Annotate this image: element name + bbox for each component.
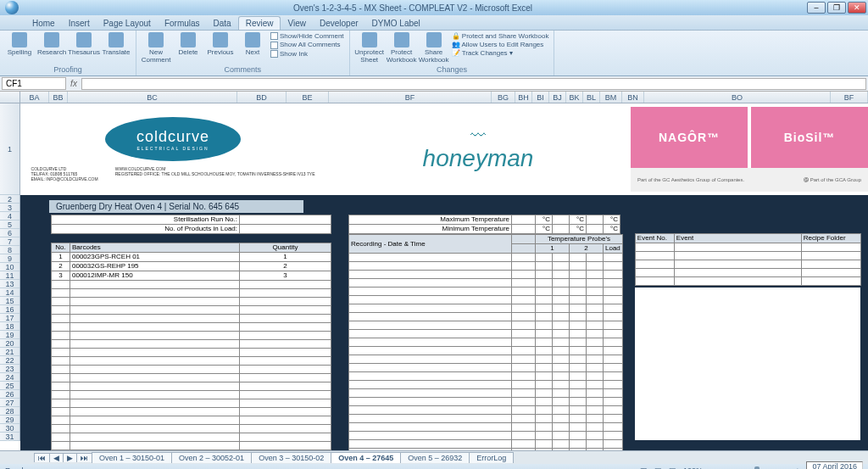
table-row[interactable] [635,260,860,269]
maximize-button[interactable]: ❐ [827,2,846,14]
table-row[interactable] [52,408,331,416]
translate-button[interactable]: Translate [102,32,131,56]
table-row[interactable] [349,304,623,313]
col-bb[interactable]: BB [49,92,68,103]
table-row[interactable] [52,306,331,315]
table-row[interactable] [349,423,623,432]
row-20[interactable]: 20 [0,339,19,348]
table-row[interactable] [52,416,331,425]
tab-nav-first[interactable]: ⏮ [34,453,50,462]
protect-share-wb[interactable]: 🔒 Protect and Share Workbook [452,32,549,40]
tab-data[interactable]: Data [207,17,238,30]
table-row[interactable] [349,381,623,389]
table-row[interactable] [349,449,623,451]
row-17[interactable]: 17 [0,314,19,322]
share-workbook-button[interactable]: Share Workbook [420,32,448,64]
table-row[interactable] [52,357,331,366]
table-row[interactable] [52,366,331,374]
row-24[interactable]: 24 [0,373,19,382]
row-21[interactable]: 21 [0,348,19,356]
row-10[interactable]: 10 [0,263,19,271]
track-changes[interactable]: 📝 Track Changes ▾ [452,49,549,57]
col-bk[interactable]: BK [566,92,583,103]
col-bd[interactable]: BD [237,92,287,103]
row-6[interactable]: 6 [0,229,19,237]
row-4[interactable]: 4 [0,212,19,221]
table-row[interactable]: 1000023GPS-RCEH 011 [52,253,331,262]
row-9[interactable]: 9 [0,254,19,263]
table-row[interactable] [52,315,331,323]
col-bm[interactable]: BM [600,92,622,103]
formula-input[interactable] [81,78,866,90]
row-19[interactable]: 19 [0,331,19,339]
row-27[interactable]: 27 [0,399,19,407]
row-14[interactable]: 14 [0,288,19,297]
research-button[interactable]: Research [37,32,66,56]
protect-workbook-button[interactable]: Protect Workbook [387,32,416,64]
table-row[interactable] [52,433,331,442]
row-8[interactable]: 8 [0,246,19,254]
table-row[interactable] [52,289,331,298]
col-bh[interactable]: BH [515,92,532,103]
table-row[interactable] [349,415,623,423]
table-row[interactable] [52,349,331,357]
col-bn[interactable]: BN [622,92,644,103]
tab-insert[interactable]: Insert [62,17,97,30]
sheet-tab-2[interactable]: Oven 3 – 30150-02 [251,452,331,463]
table-row[interactable] [349,398,623,406]
table-row[interactable] [635,269,860,277]
table-row[interactable] [349,347,623,355]
row-7[interactable]: 7 [0,237,19,246]
row-28[interactable]: 28 [0,407,19,416]
sheet-tab-5[interactable]: ErrorLog [469,452,514,463]
tab-home[interactable]: Home [25,17,62,30]
showall-comments[interactable]: Show All Comments [270,41,344,48]
row-18[interactable]: 18 [0,322,19,331]
select-all-corner[interactable] [0,92,20,103]
row-25[interactable]: 25 [0,382,19,390]
next-comment-button[interactable]: Next [238,32,267,56]
table-row[interactable] [52,298,331,306]
tab-nav-next[interactable]: ▶ [63,453,77,462]
col-bl[interactable]: BL [583,92,600,103]
col-bi[interactable]: BI [532,92,549,103]
table-row[interactable] [349,313,623,321]
sheet-tab-4[interactable]: Oven 5 – 26932 [400,452,470,463]
sheet-tab-1[interactable]: Oven 2 – 30052-01 [171,452,252,463]
tab-nav-prev[interactable]: ◀ [49,453,64,462]
table-row[interactable] [349,372,623,381]
row-2[interactable]: 2 [0,195,19,204]
fx-icon[interactable]: fx [68,79,80,88]
row-22[interactable]: 22 [0,356,19,365]
col-be[interactable]: BE [287,92,329,103]
table-row[interactable] [52,399,331,408]
table-row[interactable] [349,271,623,279]
table-row[interactable]: 3000012IMP-MR 1503 [52,271,331,281]
table-row[interactable] [349,262,623,271]
table-row[interactable] [52,323,331,332]
table-row[interactable] [52,332,331,340]
unprotect-sheet-button[interactable]: Unprotect Sheet [355,32,384,64]
office-button[interactable] [5,1,19,14]
showhide-comment[interactable]: Show/Hide Comment [270,32,344,40]
row-26[interactable]: 26 [0,390,19,399]
close-button[interactable]: ✕ [848,2,866,14]
table-row[interactable] [349,406,623,415]
row-31[interactable]: 31 [0,433,19,441]
table-row[interactable] [349,296,623,304]
table-row[interactable] [349,279,623,288]
row-1[interactable]: 1 [0,103,19,195]
row-3[interactable]: 3 [0,204,19,212]
table-row[interactable] [52,442,331,450]
table-row[interactable] [349,321,623,330]
tab-view[interactable]: View [281,17,313,30]
row-30[interactable]: 30 [0,424,19,433]
table-row[interactable] [635,243,860,252]
allow-edit-ranges[interactable]: 👥 Allow Users to Edit Ranges [452,41,549,48]
table-row[interactable] [349,330,623,338]
tab-developer[interactable]: Developer [313,17,365,30]
table-row[interactable] [52,382,331,391]
table-row[interactable] [635,277,860,286]
tab-dymo[interactable]: DYMO Label [365,17,427,30]
table-row[interactable]: 2000032GS-REHP 1952 [52,262,331,271]
